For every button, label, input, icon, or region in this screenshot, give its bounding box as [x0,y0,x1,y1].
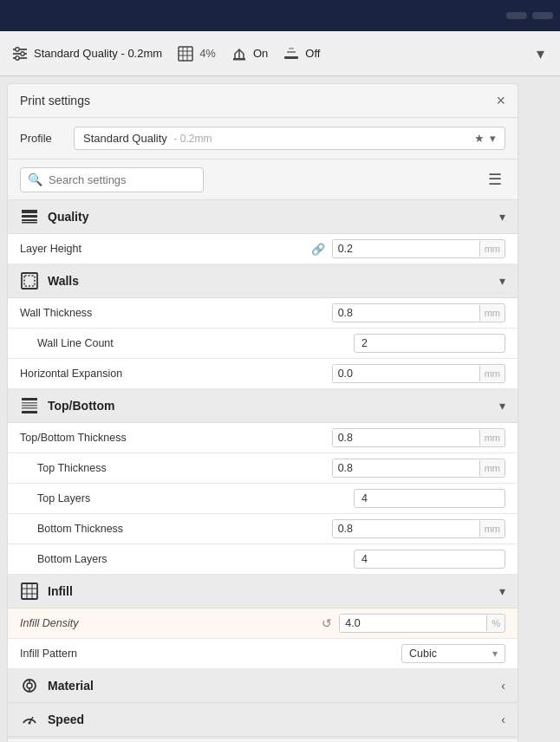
panel-close-button[interactable]: × [496,93,505,108]
panel-title: Print settings [20,94,90,107]
bottom-bar: ‹ < Recommended [8,738,518,742]
top-thickness-unit: mm [479,460,505,476]
toolbar-profile[interactable]: Standard Quality - 0.2mm [10,44,162,63]
layer-height-unit: mm [479,241,505,257]
setting-row-top-layers: Top Layers [8,484,518,514]
setting-name-horizontal-expansion: Horizontal Expansion [20,368,332,380]
svg-point-3 [16,47,19,50]
setting-name-infill-pattern: Infill Pattern [20,648,401,660]
profile-select-icons: ★ ▾ [474,132,496,145]
speed-chevron-icon: ‹ [501,713,505,726]
profile-label: Profile [20,132,63,145]
search-icon: 🔍 [28,172,42,186]
infill-chevron-icon: ▾ [499,584,505,598]
profile-select-name: Standard Quality [83,132,167,145]
section-header-quality[interactable]: Quality ▾ [8,200,518,234]
search-wrapper: 🔍 [20,167,478,192]
panel-header: Print settings × [8,84,518,118]
setting-name-bottom-layers: Bottom Layers [20,553,354,565]
setting-row-bottom-layers: Bottom Layers [8,544,518,575]
infill-density-unit: % [486,615,505,631]
infill-icon [176,44,195,63]
svg-rect-22 [22,398,37,400]
svg-rect-24 [22,405,37,407]
svg-point-5 [16,55,19,59]
toolbar-chevron-icon[interactable]: ▾ [531,44,550,63]
quality-chevron-icon: ▾ [499,210,505,224]
link-icon[interactable]: 🔗 [311,243,325,256]
svg-rect-14 [287,51,296,53]
top-btn-2[interactable] [532,12,553,19]
topbottom-thickness-input[interactable] [333,429,479,446]
setting-name-top-layers: Top Layers [20,492,354,504]
setting-row-wall-thickness: Wall Thickness mm [8,298,518,329]
wall-thickness-input[interactable] [333,304,479,322]
horizontal-expansion-input[interactable] [333,365,479,382]
setting-row-top-thickness: Top Thickness mm [8,453,518,484]
section-title-topbottom: Top/Bottom [48,399,491,413]
top-bar [0,0,560,31]
setting-row-layer-height: Layer Height 🔗 mm [8,234,518,264]
svg-rect-26 [22,411,37,413]
support-icon [230,44,249,63]
section-title-infill: Infill [48,584,491,598]
material-icon [20,676,39,695]
svg-rect-19 [22,222,37,224]
bottom-thickness-unit: mm [479,521,505,537]
setting-name-top-thickness: Top Thickness [20,462,332,474]
section-header-topbottom[interactable]: Top/Bottom ▾ [8,389,518,423]
infill-density-input[interactable] [340,615,486,632]
infill-pattern-value: Cubic [409,648,485,660]
topbottom-thickness-unit: mm [479,430,505,446]
walls-icon [20,271,39,290]
bottom-thickness-input[interactable] [333,520,479,537]
setting-name-wall-line-count: Wall Line Count [20,337,354,349]
svg-rect-13 [284,56,298,59]
section-header-walls[interactable]: Walls ▾ [8,264,518,298]
section-header-travel[interactable]: Travel ‹ [8,737,518,738]
section-header-material[interactable]: Material ‹ [8,669,518,703]
search-input[interactable] [20,167,204,192]
section-header-infill[interactable]: Infill ▾ [8,575,518,609]
svg-rect-6 [179,47,192,61]
setting-name-topbottom-thickness: Top/Bottom Thickness [20,432,332,444]
layer-height-input[interactable] [333,240,479,257]
profile-row: Profile Standard Quality - 0.2mm ★ ▾ [8,118,518,159]
svg-rect-16 [22,210,37,213]
svg-point-33 [27,683,32,688]
menu-icon[interactable]: ☰ [485,166,505,192]
top-btn-1[interactable] [506,12,527,19]
section-title-walls: Walls [48,274,491,288]
setting-row-infill-pattern: Infill Pattern Cubic ▾ [8,639,518,669]
star-icon: ★ [474,132,485,145]
toolbar-adhesion[interactable]: Off [282,44,320,63]
section-header-speed[interactable]: Speed ‹ [8,703,518,737]
layer-height-value-wrapper: mm [332,239,505,258]
setting-row-horizontal-expansion: Horizontal Expansion mm [8,359,518,389]
toolbar-density[interactable]: 4% [176,44,216,63]
setting-name-bottom-thickness: Bottom Thickness [20,523,332,535]
infill-pattern-dropdown[interactable]: Cubic ▾ [401,644,505,663]
section-title-quality: Quality [48,210,491,224]
toolbar-density-label: 4% [199,47,216,60]
toolbar-support[interactable]: On [230,44,268,63]
horizontal-expansion-value-wrapper: mm [332,364,505,383]
svg-rect-23 [22,402,37,404]
toolbar: Standard Quality - 0.2mm 4% On [0,31,560,76]
top-thickness-input[interactable] [333,459,479,477]
top-layers-input[interactable] [354,489,505,508]
wall-line-count-input[interactable] [354,334,505,353]
walls-chevron-icon: ▾ [499,274,505,288]
bottom-layers-input[interactable] [354,550,505,569]
reset-icon[interactable]: ↺ [322,616,332,630]
profile-select-sub: - 0.2mm [173,133,212,145]
search-row: 🔍 ☰ [8,159,518,200]
settings-list: Quality ▾ Layer Height 🔗 mm Walls ▾ [8,200,518,738]
svg-rect-15 [289,48,294,49]
setting-row-infill-density: Infill Density ↺ % [8,609,518,639]
topbottom-icon [20,396,39,415]
wall-thickness-value-wrapper: mm [332,303,505,322]
svg-rect-17 [22,215,37,218]
profile-select[interactable]: Standard Quality - 0.2mm ★ ▾ [74,127,505,150]
svg-rect-21 [24,276,35,286]
